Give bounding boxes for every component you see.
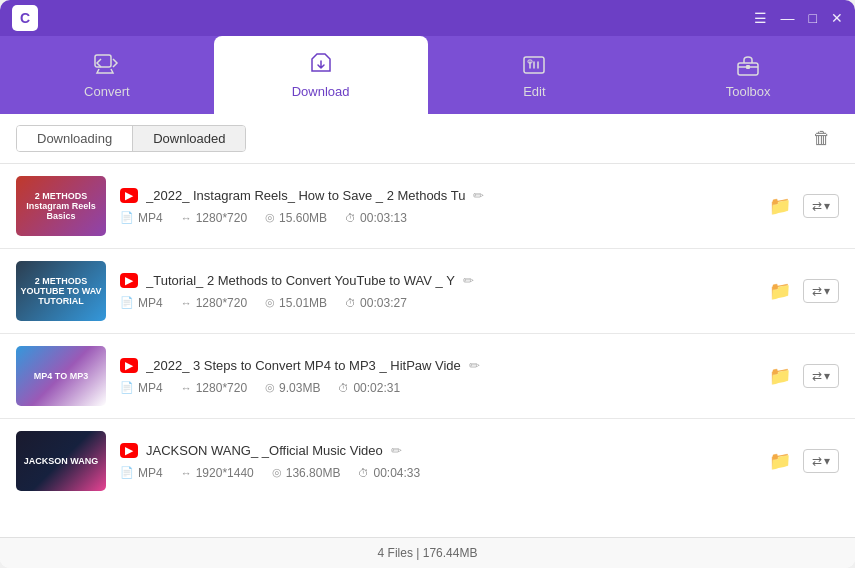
hamburger-icon[interactable]: ☰ (754, 10, 767, 26)
convert-label: Convert (84, 84, 130, 99)
file-actions-4: 📁 ⇄ ▾ (763, 446, 839, 476)
youtube-icon-1: ▶ (120, 188, 138, 203)
list-item: MP4 TO MP3 ▶ _2022_ 3 Steps to Convert M… (0, 334, 855, 419)
convert-button-1[interactable]: ⇄ ▾ (803, 194, 839, 218)
convert-arrows-icon-4: ⇄ (812, 454, 822, 468)
meta-duration-3: ⏱ 00:02:31 (338, 381, 400, 395)
edit-label: Edit (523, 84, 545, 99)
tab-convert[interactable]: Convert (0, 36, 214, 114)
meta-size-4: ◎ 136.80MB (272, 466, 341, 480)
meta-resolution-1: ↔ 1280*720 (181, 211, 247, 225)
file-meta-2: 📄 MP4 ↔ 1280*720 ◎ 15.01MB ⏱ 00:03:27 (120, 296, 749, 310)
youtube-icon-2: ▶ (120, 273, 138, 288)
resolution-icon-2: ↔ (181, 297, 192, 309)
resolution-icon-1: ↔ (181, 212, 192, 224)
meta-duration-4: ⏱ 00:04:33 (358, 466, 420, 480)
meta-duration-2: ⏱ 00:03:27 (345, 296, 407, 310)
duration-icon-2: ⏱ (345, 297, 356, 309)
thumbnail-1: 2 METHODS Instagram Reels Basics (16, 176, 106, 236)
convert-arrows-icon-3: ⇄ (812, 369, 822, 383)
meta-size-2: ◎ 15.01MB (265, 296, 327, 310)
size-icon-4: ◎ (272, 466, 282, 479)
app-logo: C (12, 5, 38, 31)
convert-arrows-icon-2: ⇄ (812, 284, 822, 298)
minimize-button[interactable]: — (781, 10, 795, 26)
size-icon-3: ◎ (265, 381, 275, 394)
sub-tabs-bar: Downloading Downloaded 🗑 (0, 114, 855, 164)
convert-button-2[interactable]: ⇄ ▾ (803, 279, 839, 303)
convert-dropdown-icon-3: ▾ (824, 369, 830, 383)
file-info-4: ▶ JACKSON WANG_ _Official Music Video ✏ … (120, 443, 749, 480)
file-info-2: ▶ _Tutorial_ 2 Methods to Convert YouTub… (120, 273, 749, 310)
convert-dropdown-icon-4: ▾ (824, 454, 830, 468)
file-title-3: _2022_ 3 Steps to Convert MP4 to MP3 _ H… (146, 358, 461, 373)
resolution-icon-4: ↔ (181, 467, 192, 479)
duration-icon-3: ⏱ (338, 382, 349, 394)
meta-resolution-3: ↔ 1280*720 (181, 381, 247, 395)
app-window: C ☰ — □ ✕ Convert Download (0, 0, 855, 568)
download-label: Download (292, 84, 350, 99)
thumbnail-2: 2 METHODS YOUTUBE TO WAV TUTORIAL (16, 261, 106, 321)
resolution-icon-3: ↔ (181, 382, 192, 394)
file-actions-3: 📁 ⇄ ▾ (763, 361, 839, 391)
delete-all-button[interactable]: 🗑 (805, 124, 839, 153)
thumb-text-3: MP4 TO MP3 (16, 346, 106, 406)
file-info-3: ▶ _2022_ 3 Steps to Convert MP4 to MP3 _… (120, 358, 749, 395)
convert-dropdown-icon-1: ▾ (824, 199, 830, 213)
convert-arrows-icon-1: ⇄ (812, 199, 822, 213)
thumb-text-4: JACKSON WANG (16, 431, 106, 491)
tab-edit[interactable]: Edit (428, 36, 642, 114)
title-edit-icon-1[interactable]: ✏ (473, 188, 484, 203)
convert-button-3[interactable]: ⇄ ▾ (803, 364, 839, 388)
title-edit-icon-2[interactable]: ✏ (463, 273, 474, 288)
file-icon-2: 📄 (120, 296, 134, 309)
title-edit-icon-3[interactable]: ✏ (469, 358, 480, 373)
size-icon-2: ◎ (265, 296, 275, 309)
meta-format-1: 📄 MP4 (120, 211, 163, 225)
open-folder-button-2[interactable]: 📁 (763, 276, 797, 306)
meta-size-3: ◎ 9.03MB (265, 381, 320, 395)
file-info-1: ▶ _2022_ Instagram Reels_ How to Save _ … (120, 188, 749, 225)
file-title-2: _Tutorial_ 2 Methods to Convert YouTube … (146, 273, 455, 288)
thumbnail-3: MP4 TO MP3 (16, 346, 106, 406)
duration-icon-4: ⏱ (358, 467, 369, 479)
tab-downloading[interactable]: Downloading (17, 126, 133, 151)
window-controls: ☰ — □ ✕ (754, 10, 843, 26)
file-title-4: JACKSON WANG_ _Official Music Video (146, 443, 383, 458)
file-meta-4: 📄 MP4 ↔ 1920*1440 ◎ 136.80MB ⏱ 00:04:33 (120, 466, 749, 480)
file-icon-4: 📄 (120, 466, 134, 479)
convert-button-4[interactable]: ⇄ ▾ (803, 449, 839, 473)
svg-rect-4 (746, 65, 750, 69)
list-item: 2 METHODS YOUTUBE TO WAV TUTORIAL ▶ _Tut… (0, 249, 855, 334)
tab-toolbox[interactable]: Toolbox (641, 36, 855, 114)
list-item: 2 METHODS Instagram Reels Basics ▶ _2022… (0, 164, 855, 249)
meta-format-3: 📄 MP4 (120, 381, 163, 395)
title-bar: C ☰ — □ ✕ (0, 0, 855, 36)
edit-icon (520, 51, 548, 79)
open-folder-button-1[interactable]: 📁 (763, 191, 797, 221)
toolbox-icon (734, 51, 762, 79)
size-icon-1: ◎ (265, 211, 275, 224)
sub-tabs: Downloading Downloaded (16, 125, 246, 152)
meta-resolution-4: ↔ 1920*1440 (181, 466, 254, 480)
thumb-text-1: 2 METHODS Instagram Reels Basics (16, 176, 106, 236)
meta-format-2: 📄 MP4 (120, 296, 163, 310)
open-folder-button-4[interactable]: 📁 (763, 446, 797, 476)
meta-duration-1: ⏱ 00:03:13 (345, 211, 407, 225)
file-actions-2: 📁 ⇄ ▾ (763, 276, 839, 306)
close-button[interactable]: ✕ (831, 10, 843, 26)
nav-tabs: Convert Download Edit (0, 36, 855, 114)
file-actions-1: 📁 ⇄ ▾ (763, 191, 839, 221)
toolbox-label: Toolbox (726, 84, 771, 99)
open-folder-button-3[interactable]: 📁 (763, 361, 797, 391)
tab-downloaded[interactable]: Downloaded (133, 126, 245, 151)
youtube-icon-3: ▶ (120, 358, 138, 373)
convert-dropdown-icon-2: ▾ (824, 284, 830, 298)
duration-icon-1: ⏱ (345, 212, 356, 224)
tab-download[interactable]: Download (214, 36, 428, 114)
maximize-button[interactable]: □ (809, 10, 817, 26)
file-list: 2 METHODS Instagram Reels Basics ▶ _2022… (0, 164, 855, 537)
footer: 4 Files | 176.44MB (0, 537, 855, 568)
title-edit-icon-4[interactable]: ✏ (391, 443, 402, 458)
svg-rect-0 (95, 55, 111, 67)
